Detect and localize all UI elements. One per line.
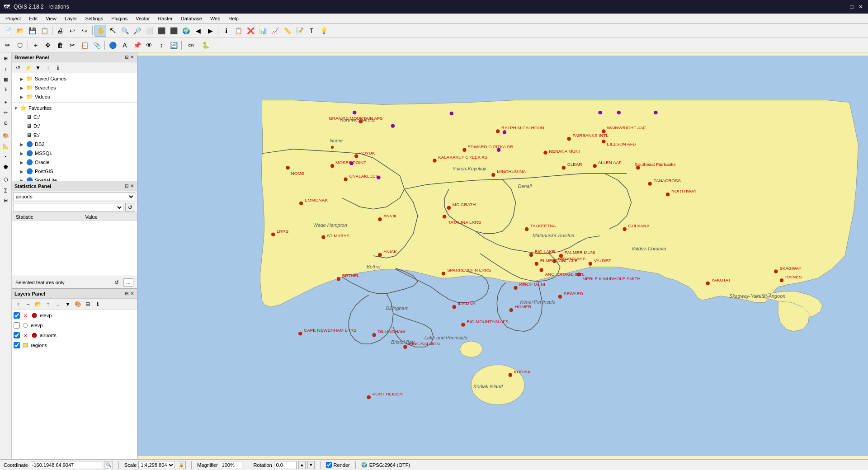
deselect-button[interactable]: ❌	[245, 25, 256, 37]
layers-down-btn[interactable]: ↓	[53, 300, 62, 309]
zoom-last-button[interactable]: ◀	[192, 25, 204, 37]
airport-kodiak[interactable]	[509, 373, 512, 377]
airport-bryant[interactable]	[552, 259, 556, 263]
airport-kenai[interactable]	[514, 286, 518, 290]
selected-features-more-btn[interactable]: …	[123, 278, 133, 287]
label-button[interactable]: A	[119, 39, 131, 51]
airport-valdez[interactable]	[589, 262, 592, 266]
identify-map-button[interactable]: ℹ	[1, 85, 11, 94]
menu-settings[interactable]: Settings	[81, 15, 107, 22]
browser-panel-float-btn[interactable]: ⊟	[124, 54, 129, 60]
stats-layer-selector[interactable]: airports	[12, 191, 137, 202]
airport-sparrevohn[interactable]	[442, 272, 445, 275]
menu-help[interactable]: Help	[225, 15, 242, 22]
airport-allen[interactable]	[593, 164, 597, 168]
airport-st-marys[interactable]	[321, 235, 325, 239]
measure-v-button[interactable]: 📐	[1, 141, 11, 151]
rotation-up-btn[interactable]: ▲	[298, 461, 306, 469]
airport-homer[interactable]	[509, 308, 513, 312]
layers-add-btn[interactable]: +	[14, 300, 23, 309]
airport-king-salmon[interactable]	[404, 345, 407, 349]
scale-select[interactable]: 1:4,298,804	[138, 461, 175, 469]
airport-tanacross[interactable]	[648, 182, 652, 186]
airport-haines[interactable]	[780, 278, 783, 282]
move-feature-button[interactable]: ✥	[42, 39, 54, 51]
paste-feature-button[interactable]: 📎	[91, 39, 103, 51]
coordinate-action-btn[interactable]: 🔍	[104, 461, 113, 469]
formula-button[interactable]: ∑	[1, 185, 11, 195]
menu-plugins[interactable]: Plugins	[108, 15, 131, 22]
browser-up-btn[interactable]: ↑	[43, 63, 52, 72]
tree-item-searches[interactable]: ▶ 📁 Searches	[12, 83, 137, 92]
layer-checkbox-elevp-error[interactable]	[14, 312, 20, 319]
airport-big-lake[interactable]	[529, 253, 533, 257]
airport-emmonak[interactable]	[299, 202, 303, 205]
menu-vector[interactable]: Vector	[132, 15, 153, 22]
layer-item-elevp[interactable]: elevp	[12, 320, 137, 330]
tree-item-c[interactable]: 🖥 C:/	[12, 113, 137, 122]
airport-anvik[interactable]	[378, 217, 382, 221]
copy-feature-button[interactable]: 📋	[79, 39, 90, 51]
airport-merle-smith[interactable]	[577, 273, 580, 276]
layers-panel-float-btn[interactable]: ⊟	[124, 291, 129, 296]
airport-wainwright[interactable]	[602, 129, 605, 133]
selected-features-refresh-btn[interactable]: ↺	[113, 278, 121, 287]
tree-item-saved-games[interactable]: ▶ 📁 Saved Games	[12, 74, 137, 83]
close-button[interactable]: ✕	[857, 3, 864, 10]
layers-filter-btn[interactable]: ▼	[63, 300, 72, 309]
redo-button[interactable]: ↪	[79, 25, 90, 37]
epsg-section[interactable]: 🌍 EPSG:2964 (OTF)	[361, 462, 410, 468]
tree-item-mssql[interactable]: ▶ 🔵 MSSQL	[12, 149, 137, 158]
rotation-input[interactable]	[274, 461, 297, 469]
menu-project[interactable]: Project	[2, 15, 24, 22]
open-table-button[interactable]: 📊	[257, 25, 269, 37]
browser-collapse-btn[interactable]: ▼	[33, 63, 42, 72]
new-project-button[interactable]: 📄	[2, 25, 14, 37]
add-layer-button[interactable]: +	[1, 97, 11, 107]
browser-info-btn[interactable]: ℹ	[53, 63, 62, 72]
magnifier-input[interactable]	[220, 461, 242, 469]
layers-panel-controls[interactable]: ⊟ ✕	[124, 291, 134, 296]
relations-button[interactable]: ⬡	[1, 174, 11, 184]
zoom-layer-button[interactable]: ⬛	[168, 25, 179, 37]
layers-groups-btn[interactable]: ⊟	[83, 300, 92, 309]
stats-layer-dropdown[interactable]: airports	[14, 192, 135, 201]
tree-item-db2[interactable]: ▶ 🔵 DB2	[12, 140, 137, 149]
airport-bethel[interactable]	[337, 277, 340, 281]
airport-moses-point[interactable]	[330, 164, 334, 168]
browser-filter-btn[interactable]: ⚡	[24, 63, 33, 72]
add-annotation-button[interactable]: 📝	[293, 25, 305, 37]
rotation-down-btn[interactable]: ▼	[307, 461, 315, 469]
menu-layer[interactable]: Layer	[61, 15, 81, 22]
open-project-button[interactable]: 📂	[14, 25, 26, 37]
airport-big-mountain[interactable]	[461, 323, 465, 327]
pan-map-button[interactable]: ⛏	[107, 25, 118, 37]
layers-open-btn[interactable]: 📂	[33, 300, 42, 309]
print-button[interactable]: 🖨	[54, 25, 66, 37]
csv-button[interactable]: csv	[184, 39, 199, 51]
label-pin-button[interactable]: 📌	[131, 39, 143, 51]
airport-lrrs[interactable]	[271, 233, 275, 236]
menu-database[interactable]: Database	[177, 15, 206, 22]
airport-elmendorf[interactable]	[535, 262, 538, 266]
node-edit-button[interactable]: ⬡	[14, 39, 26, 51]
tree-item-favourites[interactable]: ▼ ⭐ Favourites	[12, 103, 137, 113]
airport-iliamna[interactable]	[453, 305, 456, 309]
browser-refresh-btn[interactable]: ↺	[14, 63, 23, 72]
zoom-rubber-band-button[interactable]: ⬜	[143, 25, 155, 37]
select-button[interactable]: 📋	[232, 25, 244, 37]
stats-field-dropdown[interactable]	[14, 203, 123, 212]
maximize-button[interactable]: □	[848, 3, 855, 10]
pan-button[interactable]: ✋	[94, 25, 106, 37]
tree-item-postgis[interactable]: ▶ 🔵 PostGIS	[12, 167, 137, 176]
menu-view[interactable]: View	[42, 15, 60, 22]
layers-panel-close-btn[interactable]: ✕	[130, 291, 134, 296]
zoom-out-button[interactable]: 🔎	[131, 25, 143, 37]
map-area[interactable]: NOME MOSES POINT KOYUK GRANITE MOUNTAIN …	[137, 52, 868, 459]
airport-anchorage[interactable]	[540, 268, 543, 272]
style-button[interactable]: 🎨	[1, 131, 11, 141]
zoom-features-button[interactable]: ⬛	[156, 25, 167, 37]
layer-item-elevp-error[interactable]: ✕ elevp	[12, 310, 137, 320]
airport-nenana[interactable]	[544, 151, 547, 155]
layer-item-airports[interactable]: ✕ airports	[12, 330, 137, 340]
